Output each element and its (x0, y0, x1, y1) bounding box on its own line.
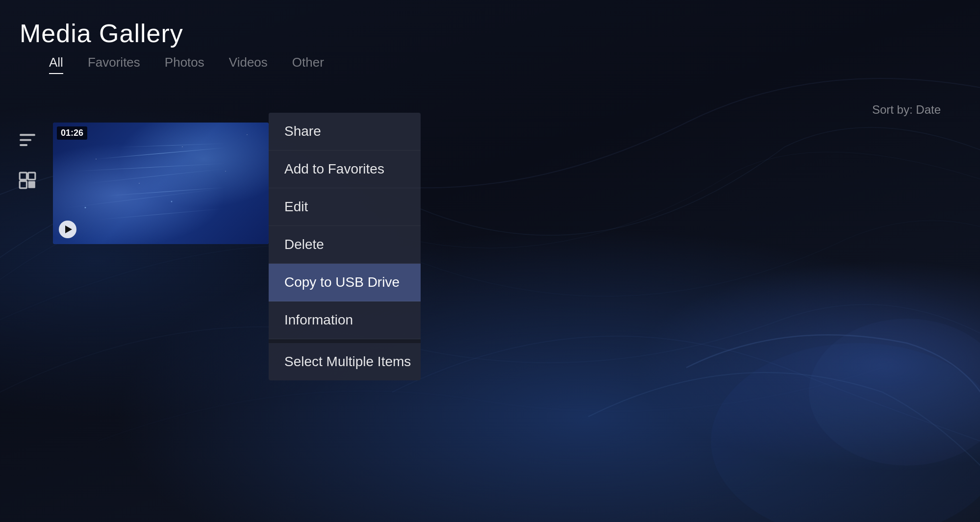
play-button[interactable] (59, 221, 76, 238)
svg-rect-7 (20, 181, 26, 188)
menu-item-delete[interactable]: Delete (269, 226, 421, 264)
menu-section-divider (269, 339, 421, 343)
menu-item-copy-to-usb[interactable]: Copy to USB Drive (269, 264, 421, 301)
page-title: Media Gallery (20, 19, 183, 48)
svg-rect-5 (20, 173, 26, 179)
svg-rect-3 (20, 139, 31, 141)
sidebar (15, 127, 40, 193)
tab-favorites[interactable]: Favorites (88, 55, 140, 74)
select-icon[interactable] (15, 168, 40, 193)
sort-label: Sort by: Date (872, 103, 941, 117)
menu-item-share[interactable]: Share (269, 113, 421, 150)
menu-item-add-to-favorites[interactable]: Add to Favorites (269, 150, 421, 188)
menu-item-select-multiple[interactable]: Select Multiple Items (269, 343, 421, 380)
svg-rect-8 (28, 181, 35, 188)
tab-all[interactable]: All (49, 55, 63, 74)
menu-item-edit[interactable]: Edit (269, 188, 421, 226)
tab-other[interactable]: Other (292, 55, 324, 74)
video-timestamp: 01:26 (57, 126, 87, 140)
video-thumbnail[interactable]: 01:26 (53, 123, 269, 244)
svg-rect-4 (20, 144, 27, 146)
tabs-nav: All Favorites Photos Videos Other (49, 55, 324, 74)
sort-icon[interactable] (15, 127, 40, 153)
menu-item-information[interactable]: Information (269, 301, 421, 339)
context-menu: Share Add to Favorites Edit Delete Copy … (269, 113, 421, 380)
svg-rect-2 (20, 134, 35, 136)
tab-videos[interactable]: Videos (229, 55, 268, 74)
svg-rect-6 (28, 173, 35, 179)
tab-photos[interactable]: Photos (165, 55, 204, 74)
